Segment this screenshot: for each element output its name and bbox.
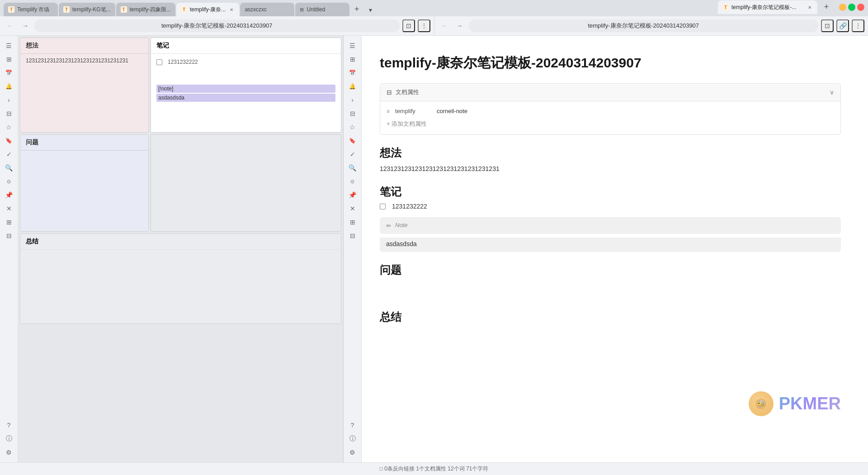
tab-close-button[interactable]: ✕ — [807, 4, 813, 10]
r-sidebar-icon-calendar[interactable]: 📅 — [346, 66, 359, 79]
sidebar-icon-pin[interactable]: 📌 — [3, 189, 15, 201]
cell-wt-title: 问题 — [20, 135, 148, 151]
r-sidebar-icon-bell[interactable]: 🔔 — [346, 80, 359, 93]
tab-kg[interactable]: T templify-KG笔... — [59, 3, 115, 16]
tab-templify-market[interactable]: T Templify 市场 — [4, 3, 58, 16]
r-sidebar-icon-info[interactable]: ⓘ — [346, 432, 359, 445]
cell-zj: 总结 — [20, 233, 341, 324]
r-sidebar-icon-pin[interactable]: 📌 — [346, 189, 359, 201]
doc-checkbox[interactable] — [380, 204, 386, 209]
doc-section-title-xf: 想法 — [380, 146, 841, 160]
properties-chevron: ∨ — [830, 89, 834, 96]
sidebar-icon-star[interactable]: ☆ — [3, 121, 15, 133]
split-view-button[interactable]: ⊡ — [402, 19, 415, 32]
tab-label: templify-康奈尔笔记模板-... — [731, 4, 804, 11]
sidebar-icon-table[interactable]: ⊞ — [3, 216, 15, 228]
r-sidebar-icon-x[interactable]: ✕ — [346, 202, 359, 215]
r-sidebar-icon-table[interactable]: ⊞ — [346, 216, 359, 228]
new-tab-right-button[interactable]: + — [820, 0, 833, 13]
tab-close-button[interactable]: ✕ — [228, 6, 235, 13]
sidebar-icon-info[interactable]: ⓘ — [3, 432, 15, 445]
sidebar-icon-apps[interactable]: ⊞ — [3, 53, 15, 66]
add-property-button[interactable]: + 添加文档属性 — [380, 117, 840, 131]
properties-label: 文档属性 — [396, 88, 419, 96]
cell-bj-body[interactable]: 1231232222 [!note] asdasdsda — [151, 54, 341, 132]
sidebar-icon-settings[interactable]: ⚙ — [3, 446, 15, 459]
new-tab-button[interactable]: + — [350, 3, 363, 15]
tab-untitled[interactable]: ⊞ Untitled — [295, 3, 349, 16]
cell-zj-body[interactable] — [20, 250, 341, 323]
note-callout-label: Note — [395, 222, 407, 228]
cell-wt-body[interactable] — [20, 151, 148, 231]
win-maximize-btn[interactable] — [848, 4, 855, 11]
tab-aszx[interactable]: aszxczxc — [240, 3, 294, 16]
tab-label: templify-四象限... — [130, 6, 171, 14]
cell-xf-body[interactable]: 1231231231231231231231231231231231 — [20, 54, 148, 132]
r-sidebar-icon-apps[interactable]: ⊞ — [346, 53, 359, 66]
split-view-button-right[interactable]: ⊡ — [821, 19, 834, 32]
cell-xf-content: 1231231231231231231231231231231231 — [26, 57, 128, 64]
tab-favicon: ⊞ — [300, 7, 304, 13]
tab-label: templify-康奈... — [190, 6, 226, 14]
r-sidebar-icon-settings[interactable]: ⚙ — [346, 446, 359, 459]
sidebar-icon-bookmark[interactable]: 🔖 — [3, 134, 15, 147]
sidebar-icon-chevron[interactable]: › — [3, 94, 15, 106]
back-button-left[interactable]: ← — [4, 19, 16, 32]
doc-properties-header[interactable]: ⊟ 文档属性 ∨ — [380, 84, 840, 101]
sidebar-icon-layers[interactable]: ⊟ — [3, 229, 15, 242]
r-sidebar-icon-check[interactable]: ✓ — [346, 148, 359, 161]
win-minimize-btn[interactable] — [839, 4, 846, 11]
sidebar-icon-bell[interactable]: 🔔 — [3, 80, 15, 93]
checkbox[interactable] — [156, 59, 162, 65]
sidebar-icon-search[interactable]: 🔍 — [3, 162, 15, 174]
cell-bj-right — [151, 134, 341, 232]
zj-spacer — [380, 328, 841, 364]
r-sidebar-icon-clock[interactable]: ⊙ — [346, 175, 359, 188]
forward-button-right[interactable]: → — [453, 19, 466, 32]
r-sidebar-icon-star[interactable]: ☆ — [346, 121, 359, 133]
property-icon: ≡ — [387, 108, 390, 114]
r-sidebar-icon-search[interactable]: 🔍 — [346, 162, 359, 174]
more-options-left[interactable]: ⋮ — [418, 19, 430, 32]
sidebar-icon-calendar[interactable]: 📅 — [3, 66, 15, 79]
more-options-right[interactable]: ⋮ — [852, 19, 864, 32]
wt-spacer — [380, 281, 841, 299]
note-callout-pencil-icon: ✏ — [386, 222, 392, 229]
r-sidebar-icon-bookmark[interactable]: 🔖 — [346, 134, 359, 147]
forward-button-left[interactable]: → — [19, 19, 32, 32]
sidebar-icon-layout[interactable]: ⊟ — [3, 107, 15, 120]
r-sidebar-icon-question[interactable]: ? — [346, 419, 359, 432]
tab-label: Templify 市场 — [17, 6, 53, 14]
sidebar-icon-menu[interactable]: ☰ — [3, 39, 15, 52]
doc-checkbox-item-bj: 1231232222 — [380, 203, 841, 210]
tab-sx[interactable]: T templify-四象限... — [116, 3, 175, 16]
note-callout-container: ✏ Note asdasdsda — [380, 217, 841, 252]
doc-title: templify-康奈尔笔记模板-20240314203907 — [380, 54, 841, 72]
tab-cornell-right[interactable]: T templify-康奈尔笔记模板-... ✕ — [718, 0, 817, 14]
doc-section-title-wt: 问题 — [380, 263, 841, 277]
note-callout: ✏ Note — [380, 217, 841, 234]
sidebar-icon-clock[interactable]: ⊙ — [3, 175, 15, 188]
note-highlighted-area: [!note] asdasdsda — [156, 85, 335, 102]
back-button-right[interactable]: ← — [438, 19, 451, 32]
status-text: □ 0条反向链接 1个文档属性 12个词 71个字符 — [380, 465, 489, 473]
pkmer-logo: 🐝 — [749, 391, 774, 416]
address-text-left: templify-康奈尔笔记模板-20240314203907 — [161, 22, 273, 30]
r-sidebar-icon-layout[interactable]: ⊟ — [346, 107, 359, 120]
svg-text:🐝: 🐝 — [756, 399, 765, 408]
cell-xf: 想法 1231231231231231231231231231231231 — [20, 38, 149, 133]
tab-cornell-active[interactable]: T templify-康奈... ✕ — [176, 3, 239, 16]
link-icon[interactable]: 🔗 — [836, 19, 849, 32]
tab-list-button[interactable]: ▾ — [364, 4, 377, 16]
r-sidebar-icon-menu[interactable]: ☰ — [346, 39, 359, 52]
r-sidebar-icon-chevron[interactable]: › — [346, 94, 359, 106]
address-bar-left[interactable]: templify-康奈尔笔记模板-20240314203907 — [34, 19, 400, 32]
property-value: cornell-note — [437, 108, 467, 114]
win-close-btn[interactable] — [857, 4, 864, 11]
left-icon-sidebar: ☰ ⊞ 📅 🔔 › ⊟ ☆ 🔖 ✓ 🔍 ⊙ 📌 ✕ ⊞ ⊟ ? — [0, 36, 18, 462]
sidebar-icon-check[interactable]: ✓ — [3, 148, 15, 161]
sidebar-icon-question[interactable]: ? — [3, 419, 15, 432]
sidebar-icon-x[interactable]: ✕ — [3, 202, 15, 215]
r-sidebar-icon-layers[interactable]: ⊟ — [346, 229, 359, 242]
address-bar-right[interactable]: templify-康奈尔笔记模板-20240314203907 — [469, 19, 819, 32]
